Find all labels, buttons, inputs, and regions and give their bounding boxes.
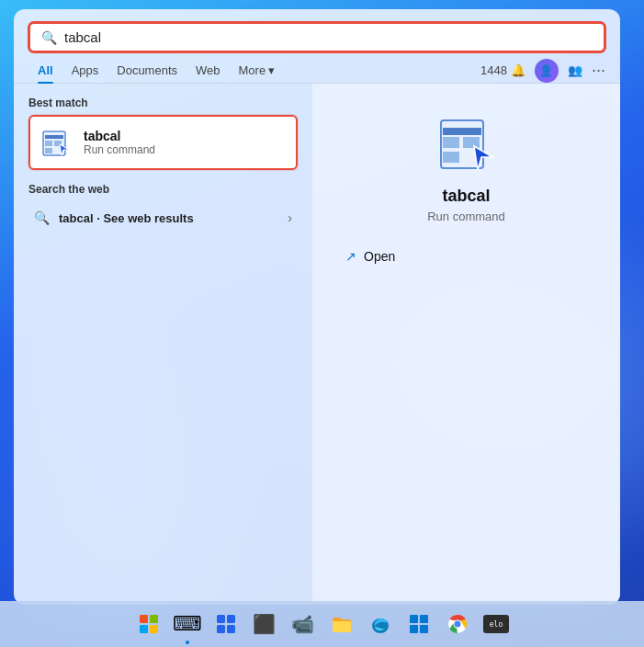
- svg-text:elo: elo: [489, 620, 503, 629]
- open-label: Open: [364, 249, 395, 264]
- nav-right: 1448 🔔 👤 👥 ···: [480, 59, 605, 83]
- svg-rect-20: [420, 625, 428, 633]
- svg-rect-1: [45, 135, 63, 139]
- right-tabcal-icon: [434, 111, 500, 177]
- taskbar-file-explorer-icon[interactable]: [325, 607, 358, 641]
- svg-rect-9: [463, 137, 480, 148]
- more-options-button[interactable]: ···: [592, 61, 605, 80]
- svg-point-23: [454, 621, 460, 628]
- svg-rect-7: [443, 128, 481, 135]
- svg-rect-14: [217, 625, 225, 633]
- search-bar-container: 🔍: [14, 9, 620, 52]
- svg-rect-18: [420, 615, 428, 623]
- svg-rect-19: [410, 625, 418, 633]
- taskbar-task-view-icon[interactable]: [209, 607, 243, 641]
- taskbar-teams-icon[interactable]: 📹: [287, 607, 320, 641]
- people-icon[interactable]: 👥: [568, 63, 582, 77]
- taskbar-windows-button[interactable]: [132, 607, 165, 641]
- speaker-icon: 🔔: [511, 63, 525, 77]
- svg-rect-13: [227, 615, 235, 623]
- svg-rect-12: [217, 615, 225, 623]
- taskbar-extra-icon[interactable]: elo: [480, 607, 513, 641]
- taskbar-store-icon[interactable]: [402, 607, 435, 641]
- app-info: tabcal Run command: [84, 129, 287, 156]
- start-menu: 🔍 All Apps Documents Web More ▾ 1448 🔔 👤…: [14, 9, 620, 605]
- chevron-right-icon: ›: [288, 210, 292, 225]
- right-app-type: Run command: [427, 210, 505, 223]
- tab-more[interactable]: More ▾: [230, 58, 285, 83]
- search-bar[interactable]: 🔍: [28, 22, 605, 52]
- tab-apps[interactable]: Apps: [62, 58, 108, 83]
- taskbar: ⌨ ⬛ 📹: [0, 601, 644, 647]
- tab-web[interactable]: Web: [186, 58, 230, 83]
- svg-rect-15: [227, 625, 235, 633]
- app-type: Run command: [84, 143, 287, 156]
- taskbar-chrome-icon[interactable]: [441, 607, 474, 641]
- svg-rect-17: [410, 615, 418, 623]
- svg-rect-10: [443, 152, 459, 163]
- svg-rect-8: [443, 137, 459, 148]
- web-search-label: Search the web: [28, 183, 298, 196]
- taskbar-widgets-icon[interactable]: ⬛: [248, 607, 281, 641]
- web-search-item[interactable]: 🔍 tabcal · See web results ›: [28, 203, 298, 233]
- search-small-icon: 🔍: [34, 210, 50, 225]
- best-match-item[interactable]: tabcal Run command: [28, 115, 298, 170]
- user-avatar[interactable]: 👤: [535, 59, 559, 83]
- svg-rect-4: [45, 148, 52, 153]
- more-label: More: [239, 63, 266, 77]
- svg-rect-2: [45, 141, 52, 146]
- left-panel: Best match tabcal: [14, 84, 312, 605]
- tabcal-icon: [40, 126, 73, 159]
- main-content: Best match tabcal: [14, 84, 620, 605]
- tab-all[interactable]: All: [28, 58, 62, 83]
- search-icon: 🔍: [41, 30, 57, 45]
- nav-count: 1448 🔔: [480, 63, 525, 77]
- tab-documents[interactable]: Documents: [107, 58, 186, 83]
- open-button[interactable]: ↗ Open: [331, 242, 602, 271]
- nav-tabs: All Apps Documents Web More ▾ 1448 🔔 👤 👥…: [14, 52, 620, 84]
- right-panel: tabcal Run command ↗ Open: [312, 84, 620, 605]
- best-match-label: Best match: [28, 96, 298, 109]
- chevron-down-icon: ▾: [268, 63, 275, 77]
- app-name: tabcal: [84, 129, 287, 143]
- windows-logo: [140, 615, 158, 633]
- right-app-name: tabcal: [442, 187, 490, 206]
- taskbar-search-icon[interactable]: ⌨: [171, 607, 204, 641]
- open-icon: ↗: [345, 249, 356, 264]
- taskbar-edge-icon[interactable]: [364, 607, 397, 641]
- web-search-text: tabcal · See web results: [59, 211, 194, 225]
- search-input[interactable]: [64, 29, 593, 45]
